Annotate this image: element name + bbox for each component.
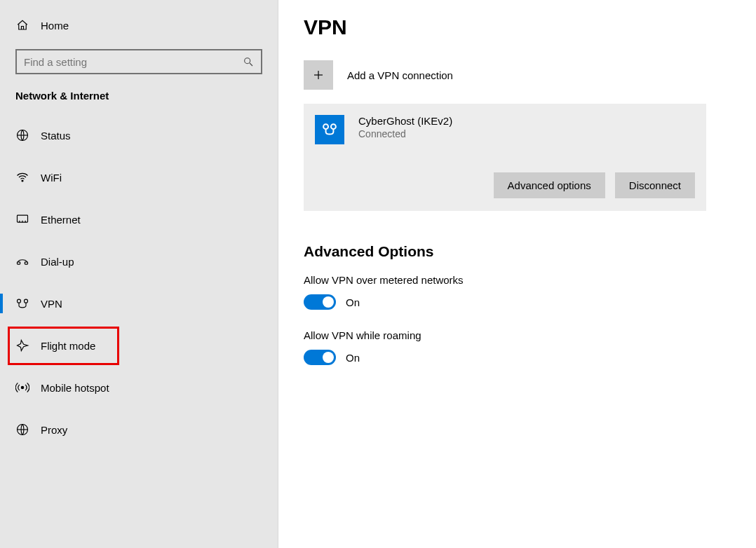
search-box[interactable] xyxy=(15,49,262,74)
main-content: VPN Add a VPN connection CyberGhost (IKE… xyxy=(278,0,756,548)
toggle-metered[interactable] xyxy=(304,294,336,310)
vpn-icon xyxy=(15,296,29,310)
vpn-connection-status: Connected xyxy=(358,128,452,139)
ethernet-icon xyxy=(15,212,29,226)
toggle-roaming-label: Allow VPN while roaming xyxy=(304,329,728,341)
sidebar-item-label: Ethernet xyxy=(41,214,81,226)
add-vpn-label: Add a VPN connection xyxy=(347,69,453,81)
sidebar-item-wifi[interactable]: WiFi xyxy=(0,156,278,198)
vpn-connection-icon xyxy=(315,115,344,144)
svg-point-7 xyxy=(18,299,21,303)
sidebar-item-label: Dial-up xyxy=(41,256,74,268)
svg-line-1 xyxy=(250,63,252,66)
search-input[interactable] xyxy=(24,56,243,68)
disconnect-button[interactable]: Disconnect xyxy=(615,172,695,198)
svg-rect-5 xyxy=(18,262,20,264)
sidebar-item-label: WiFi xyxy=(41,172,62,184)
svg-point-3 xyxy=(22,180,23,181)
svg-rect-6 xyxy=(25,262,27,264)
svg-point-0 xyxy=(245,58,250,64)
sidebar-item-hotspot[interactable]: Mobile hotspot xyxy=(0,367,278,409)
sidebar-item-dialup[interactable]: Dial-up xyxy=(0,240,278,282)
toggle-metered-state: On xyxy=(346,296,360,308)
airplane-icon xyxy=(15,338,29,352)
svg-point-8 xyxy=(25,299,28,303)
sidebar-item-flightmode[interactable]: Flight mode xyxy=(0,324,278,367)
proxy-icon xyxy=(15,423,29,437)
svg-point-13 xyxy=(323,124,328,129)
toggle-metered-label: Allow VPN over metered networks xyxy=(304,274,728,286)
sidebar-item-label: Mobile hotspot xyxy=(41,382,109,394)
sidebar-item-proxy[interactable]: Proxy xyxy=(0,409,278,451)
sidebar: Home Network & Internet Status WiFi xyxy=(0,0,278,548)
home-icon xyxy=(15,18,29,32)
advanced-options-button[interactable]: Advanced options xyxy=(494,172,605,198)
status-icon xyxy=(15,128,29,142)
sidebar-item-ethernet[interactable]: Ethernet xyxy=(0,198,278,240)
toggle-roaming-state: On xyxy=(346,352,360,364)
search-icon xyxy=(243,56,254,67)
wifi-icon xyxy=(15,170,29,184)
add-vpn-connection[interactable]: Add a VPN connection xyxy=(304,60,728,90)
sidebar-item-label: VPN xyxy=(41,298,62,310)
home-label: Home xyxy=(41,20,69,32)
svg-point-14 xyxy=(331,124,336,129)
toggle-metered-group: Allow VPN over metered networks On xyxy=(304,274,728,310)
home-link[interactable]: Home xyxy=(0,13,278,38)
hotspot-icon xyxy=(15,381,29,395)
plus-icon xyxy=(304,60,333,90)
sidebar-item-status[interactable]: Status xyxy=(0,114,278,156)
category-heading: Network & Internet xyxy=(0,90,278,114)
vpn-connection-name: CyberGhost (IKEv2) xyxy=(358,115,452,127)
page-title: VPN xyxy=(304,15,728,39)
sidebar-item-vpn[interactable]: VPN xyxy=(0,282,278,324)
svg-point-9 xyxy=(21,386,23,388)
toggle-roaming-group: Allow VPN while roaming On xyxy=(304,329,728,365)
sidebar-item-label: Proxy xyxy=(41,424,67,436)
sidebar-item-label: Flight mode xyxy=(41,340,95,352)
vpn-connection-card[interactable]: CyberGhost (IKEv2) Connected Advanced op… xyxy=(304,104,706,211)
advanced-options-heading: Advanced Options xyxy=(304,243,728,260)
toggle-roaming[interactable] xyxy=(304,350,336,365)
dialup-icon xyxy=(15,254,29,268)
sidebar-item-label: Status xyxy=(41,130,71,142)
